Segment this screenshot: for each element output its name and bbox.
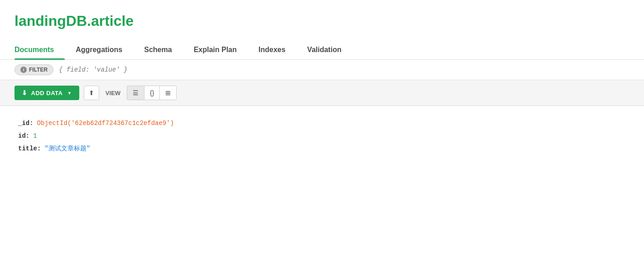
export-button[interactable]: ⬆ <box>84 86 99 100</box>
json-view-button[interactable]: {} <box>144 86 159 100</box>
page-title: landingDB.article <box>14 13 630 29</box>
download-icon: ⬇ <box>22 89 28 96</box>
filter-bar: i FILTER <box>0 60 644 80</box>
doc-num-row: id: 1 <box>18 130 626 142</box>
num-key: id: <box>18 130 29 142</box>
document-viewer: _id: ObjectId('62eb62df724367c1c2efdae9'… <box>0 106 644 166</box>
id-value: ObjectId('62eb62df724367c1c2efdae9') <box>37 117 174 130</box>
tab-indexes[interactable]: Indexes <box>248 40 297 59</box>
export-icon: ⬆ <box>89 89 94 96</box>
json-icon: {} <box>150 89 154 96</box>
toolbar: ⬇ ADD DATA ▼ ⬆ VIEW ☰ {} ⊞ <box>0 80 644 106</box>
tab-documents[interactable]: Documents <box>14 40 65 59</box>
tab-schema[interactable]: Schema <box>133 40 183 59</box>
list-icon: ☰ <box>133 89 139 96</box>
db-name: landingDB <box>14 13 87 29</box>
doc-title-row: title: "测试文章标题" <box>18 142 626 155</box>
info-icon: i <box>20 67 27 73</box>
tabs-nav: Documents Aggregations Schema Explain Pl… <box>0 40 644 60</box>
add-data-label: ADD DATA <box>31 90 63 96</box>
title-separator: . <box>87 13 91 29</box>
filter-label: FILTER <box>29 67 48 73</box>
doc-id-row: _id: ObjectId('62eb62df724367c1c2efdae9'… <box>18 117 626 130</box>
table-icon: ⊞ <box>165 89 171 96</box>
dropdown-caret-icon: ▼ <box>67 91 72 96</box>
id-key: _id: <box>18 117 34 130</box>
title-key: title: <box>18 142 41 155</box>
tab-explain-plan[interactable]: Explain Plan <box>183 40 248 59</box>
table-view-button[interactable]: ⊞ <box>159 86 177 100</box>
tab-validation[interactable]: Validation <box>296 40 352 59</box>
add-data-button[interactable]: ⬇ ADD DATA ▼ <box>14 86 79 100</box>
list-view-button[interactable]: ☰ <box>127 86 144 100</box>
view-toggle-group: ☰ {} ⊞ <box>127 86 177 100</box>
title-value: "测试文章标题" <box>44 142 90 155</box>
filter-input[interactable] <box>59 66 630 73</box>
filter-button[interactable]: i FILTER <box>14 64 53 75</box>
tab-aggregations[interactable]: Aggregations <box>65 40 133 59</box>
collection-name: article <box>91 13 134 29</box>
view-label: VIEW <box>106 90 120 96</box>
num-value: 1 <box>33 130 37 142</box>
